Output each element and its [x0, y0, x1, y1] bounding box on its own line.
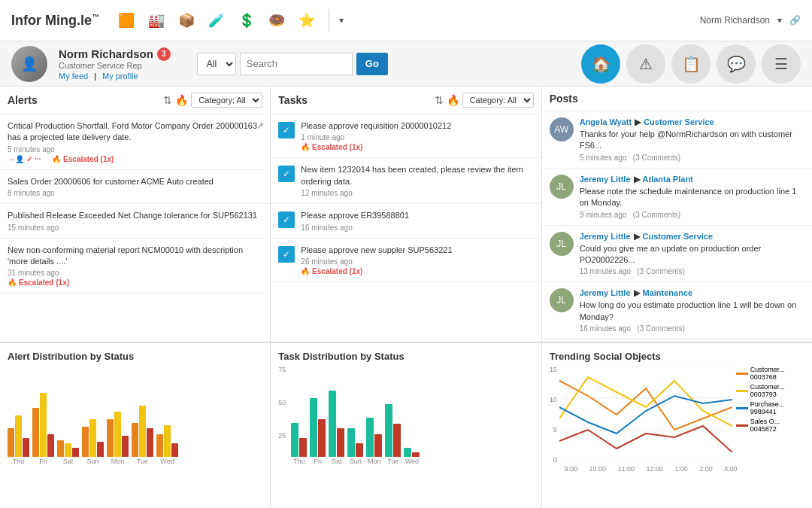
list-item: ✓ Please approve ER39588801 16 minutes a… [271, 204, 541, 238]
list-item: JL Jeremy Little▶Maintenance How long do… [542, 282, 812, 339]
bar [329, 391, 336, 457]
alerts-controls: ⇅ 🔥 Category: All [163, 93, 262, 108]
bar [72, 448, 79, 457]
legend-item: Customer...0003793 [736, 383, 785, 398]
bar [8, 428, 14, 457]
nav-icon-star[interactable]: ⭐ [295, 8, 319, 32]
nav-icon-currency[interactable]: 💲 [235, 8, 259, 32]
list-item: ✓ Please approve new suppler SUP563221 2… [271, 239, 541, 282]
nav-icon-flask[interactable]: 🧪 [205, 8, 229, 32]
tasks-header: Tasks ⇅ 🔥 Category: All [271, 87, 541, 114]
sort-icon[interactable]: ⇅ [435, 94, 444, 106]
task-checkbox[interactable]: ✓ [278, 246, 295, 263]
bar [23, 438, 29, 457]
bar [57, 440, 64, 457]
nav-icon-dropbox[interactable]: 📦 [174, 8, 198, 32]
bar [318, 419, 326, 457]
nav-chevron[interactable]: ▾ [339, 15, 344, 26]
task-checkbox[interactable]: ✓ [278, 166, 295, 182]
task-dist-chart: Task Distribution by Status 75 50 25 Thu [271, 343, 541, 508]
profile-link[interactable]: My profile [102, 71, 138, 81]
chat-icon[interactable]: 💬 [717, 44, 756, 84]
sort-icon[interactable]: ⇅ [163, 94, 172, 106]
bar [114, 412, 121, 457]
nav-icon-chart[interactable]: 🍩 [265, 8, 289, 32]
alerts-category-filter[interactable]: Category: All [191, 93, 262, 108]
bar [310, 398, 317, 457]
bar [156, 434, 163, 457]
app-logo: Infor Ming.le™ [11, 13, 99, 29]
alerts-title: Alerts [8, 94, 38, 106]
bar [47, 434, 54, 457]
bar [291, 423, 298, 457]
feed-link[interactable]: My feed [59, 71, 88, 81]
avatar: JL [550, 288, 574, 312]
tasks-icon[interactable]: 📋 [671, 44, 710, 84]
task-checkbox[interactable]: ✓ [278, 122, 295, 138]
trending-chart-area: 15 10 5 0 [550, 366, 804, 464]
bar-group-mon: Mon [366, 418, 382, 465]
flame-icon: 🔥 [175, 94, 188, 106]
list-item: New non-conforming material report NCM00… [0, 239, 270, 294]
trending-chart: Trending Social Objects 15 10 5 0 [542, 343, 812, 508]
avatar-image: 👤 [11, 46, 47, 82]
user-name-display: Norm Richardson 3 [59, 47, 171, 61]
line-chart-svg [559, 366, 732, 464]
search-input[interactable] [240, 53, 353, 75]
bar-group-sat: Sat [329, 391, 344, 465]
bar [122, 436, 129, 457]
legend-color [736, 407, 748, 409]
list-item: AW Angela Wyatt▶Customer Service Thanks … [542, 111, 812, 169]
bar-group-tue: Tue [132, 406, 153, 465]
bar [82, 427, 89, 457]
user-chevron-icon[interactable]: ▾ [777, 15, 782, 26]
search-filter-dropdown[interactable]: All [197, 53, 236, 75]
bar [366, 418, 374, 457]
user-full-name: Norm Richardson [59, 47, 153, 60]
nav-icon-factory[interactable]: 🏭 [144, 8, 168, 32]
current-user[interactable]: Norm Richardson [700, 15, 770, 26]
task-checkbox[interactable]: ✓ [278, 211, 295, 228]
bar [299, 438, 307, 457]
bar-group-sun: Sun [347, 428, 363, 465]
legend-item: Purchase...9989441 [736, 400, 785, 415]
avatar: 👤 [11, 46, 47, 82]
alert-icon[interactable]: ⚠ [626, 44, 665, 84]
nav-icon-grid[interactable]: 🟧 [114, 8, 138, 32]
posts-header: Posts [542, 87, 812, 111]
bar-group-sat: Sat [57, 440, 79, 465]
tasks-list: ✓ Please approve requisition 20000010212… [271, 114, 541, 282]
bar [147, 428, 153, 457]
list-item: ✓ Please approve requisition 20000010212… [271, 114, 541, 158]
post-author: Jeremy Little [580, 175, 631, 184]
bar [132, 423, 138, 457]
main-area: Alerts ⇅ 🔥 Category: All ↗ Critical Prod… [0, 87, 812, 508]
posts-title: Posts [550, 93, 578, 105]
avatar: AW [550, 117, 574, 141]
alert-actions: ↗ [256, 120, 264, 131]
bar [139, 406, 146, 457]
user-info: Norm Richardson 3 Customer Service Rep M… [59, 47, 171, 81]
posts-list: AW Angela Wyatt▶Customer Service Thanks … [542, 111, 812, 339]
legend-color [736, 373, 748, 375]
home-icon[interactable]: 🏠 [581, 44, 620, 84]
top-nav: Infor Ming.le™ 🟧 🏭 📦 🧪 💲 🍩 ⭐ ▾ Norm Rich… [0, 0, 812, 41]
user-search-bar: 👤 Norm Richardson 3 Customer Service Rep… [0, 41, 812, 87]
bar-group-mon: Mon [107, 412, 129, 465]
tasks-category-filter[interactable]: Category: All [462, 93, 534, 108]
bar-group-thu: Thu [291, 423, 307, 465]
chart-legend: Customer...0003768 Customer...0003793 Pu… [736, 366, 785, 464]
bar [97, 442, 104, 457]
menu-icon[interactable]: ☰ [762, 44, 801, 84]
bar [107, 419, 114, 457]
external-link-icon[interactable]: ↗ [256, 120, 264, 131]
legend-item: Customer...0003768 [736, 366, 785, 381]
search-button[interactable]: Go [356, 53, 388, 75]
alert-dist-chart: Alert Distribution by Status Thu [0, 343, 271, 508]
tasks-column: Tasks ⇅ 🔥 Category: All ✓ Please approve… [271, 87, 541, 342]
bar-group-fri: Fri [310, 398, 326, 465]
alert-bar-chart: Thu Fri [8, 366, 262, 479]
list-item: ✓ New item 1232014 has been created, ple… [271, 158, 541, 204]
legend-item: Sales O...0045872 [736, 418, 785, 433]
user-links: My feed | My profile [59, 71, 171, 81]
